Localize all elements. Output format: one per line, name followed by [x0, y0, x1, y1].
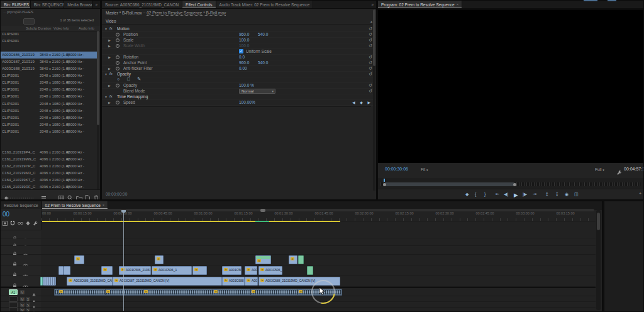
twirl-right-icon[interactable]: ▶ — [108, 38, 111, 42]
tab-bin-rushes[interactable]: Bin: RUSHES× — [1, 1, 31, 8]
track-divider[interactable] — [1, 287, 596, 288]
automate-to-sequence-icon[interactable] — [58, 192, 64, 200]
program-playhead[interactable] — [384, 179, 385, 182]
timeline-clip[interactable]: fxA003C688_2 — [222, 277, 245, 286]
mute-button[interactable]: M — [20, 308, 25, 312]
property-value2[interactable]: 540.0 — [258, 60, 268, 65]
tab-sequence[interactable]: 02 Prem to Resolve Sequence× — [42, 201, 109, 209]
property-value[interactable]: 960.0 — [239, 32, 249, 36]
bin-item-row[interactable]: C161_210319W9_C4096 x 2160 (1.0)48000 Hz… — [1, 156, 97, 163]
panel-menu-icon[interactable]: » — [369, 1, 376, 8]
track-lane-v5[interactable] — [41, 238, 596, 246]
playback-resolution-dropdown[interactable]: Full ▾ — [595, 167, 604, 172]
track-header-a2[interactable]: MS — [1, 296, 41, 302]
property-value[interactable]: 100.00% — [239, 100, 255, 104]
twirl-down-icon[interactable]: ▼ — [104, 72, 108, 76]
timeline-clip[interactable] — [307, 266, 313, 275]
search-field[interactable] — [23, 18, 35, 25]
timeline-timecode[interactable]: 00 — [3, 211, 9, 218]
mark-in-button[interactable]: { — [475, 192, 476, 196]
tab-bin-sequences[interactable]: Bin: SEQUENCES — [31, 1, 64, 8]
project-scrollbar[interactable] — [97, 31, 99, 189]
bin-item-row[interactable]: CLIPS001 — [1, 38, 97, 45]
find-icon[interactable] — [67, 192, 73, 200]
property-value2[interactable]: 540.0 — [258, 32, 268, 36]
reset-parameter-icon[interactable]: ↺ — [369, 26, 372, 31]
bin-item-row[interactable]: C164_210319KT_C4096 x 2160 (1.0)48000 Hz… — [1, 177, 97, 184]
reset-parameter-icon[interactable]: ↺ — [369, 37, 372, 43]
mark-out-button[interactable]: } — [484, 192, 486, 196]
bin-item-row[interactable]: A003C687_2103193840 x 2160 (1.0)48000 Hz… — [1, 58, 97, 65]
property-value[interactable]: 960.0 — [239, 60, 249, 65]
twirl-right-icon[interactable]: ▶ — [108, 84, 111, 87]
track-header-a1[interactable]: A1M — [1, 288, 41, 296]
timeline-clip[interactable]: fx — [192, 266, 207, 275]
track-header-v6[interactable] — [1, 231, 41, 238]
program-scrubber-track[interactable] — [380, 182, 641, 186]
scrubber-handle-right[interactable] — [513, 183, 516, 186]
track-lane-v6[interactable] — [41, 231, 596, 238]
new-item-icon[interactable] — [85, 192, 90, 200]
timeline-clip[interactable] — [298, 255, 304, 264]
property-value[interactable]: 100.0 — [239, 43, 249, 48]
extract-button[interactable]: ↧ — [555, 192, 559, 197]
timeline-clip[interactable]: fxA001C506_1 — [152, 266, 192, 275]
track-header-a4[interactable]: MS — [1, 308, 41, 312]
bin-item-row[interactable]: C163_210319M3_C4096 x 2160 (1.0)48000 Hz… — [1, 170, 97, 177]
tab-media-browser[interactable]: Media Browser — [64, 1, 92, 8]
zoom-slider[interactable] — [3, 192, 36, 200]
timeline-vertical-scrollbar[interactable] — [596, 210, 601, 310]
audio-clip[interactable]: fxfxfxfxfxfx — [54, 289, 342, 296]
track-lane-v4[interactable] — [41, 246, 596, 255]
go-to-in-button[interactable]: ⇤ — [496, 192, 499, 197]
reset-parameter-icon[interactable]: ↺ — [369, 54, 372, 60]
track-header-v3[interactable] — [1, 255, 41, 265]
uniform-scale-checkbox[interactable]: ✓ — [239, 49, 243, 53]
timeline-clip[interactable]: fxA001C506_11 — [258, 266, 282, 275]
mute-button[interactable]: M — [20, 290, 25, 294]
zoom-level-dropdown[interactable]: Fit ▾ — [421, 167, 428, 172]
source-patch-a1[interactable]: A1 — [9, 289, 18, 295]
timeline-clip[interactable]: fx — [255, 255, 271, 264]
effect-controls-scrollbar[interactable] — [373, 9, 375, 191]
bin-item-row[interactable]: A003C688_2103193840 x 2160 (1.0)48000 Hz… — [1, 65, 97, 72]
play-button[interactable]: ▶ — [514, 192, 518, 198]
stopwatch-icon[interactable] — [116, 33, 119, 36]
bin-item-row[interactable]: CLIPS0012048 x 1080 (1.0)48000 Hz - — [1, 86, 97, 93]
tab-sequence[interactable]: Resolve Sequence — [1, 201, 42, 209]
bin-item-row[interactable]: CLIPS0012048 x 1080 (1.0)48000 Hz - — [1, 128, 97, 135]
keyframe-navigator[interactable]: ◀ ◆ ▶ — [352, 100, 372, 104]
scrubber-handle-left[interactable] — [383, 183, 386, 186]
bin-item-row[interactable]: A003C686_2103193840 x 2160 (1.0)48000 Hz… — [1, 52, 97, 58]
viewing-area-bar[interactable] — [384, 182, 515, 186]
timeline-clip[interactable]: fx — [74, 255, 84, 264]
stopwatch-icon[interactable] — [116, 67, 119, 70]
timeline-clip[interactable]: fx — [289, 255, 297, 264]
bin-item-row[interactable]: CLIPS001 — [1, 31, 97, 38]
property-value[interactable]: 0.00 — [239, 66, 247, 70]
new-bin-icon[interactable] — [76, 192, 82, 200]
mute-button[interactable]: M — [20, 297, 25, 301]
program-current-timecode[interactable]: 00:00:30:06 — [385, 167, 408, 171]
property-value[interactable]: 100.0 % — [239, 83, 254, 87]
timeline-clip[interactable]: fxA003C686_210319MD_CANON [V] — [67, 277, 113, 286]
clear-icon[interactable] — [94, 192, 99, 200]
bin-item-row[interactable]: CLIPS0012048 x 1080 (1.0)48000 Hz - — [1, 93, 97, 100]
reset-parameter-icon[interactable]: ↺ — [369, 65, 372, 71]
step-back-button[interactable]: ◀| — [504, 192, 508, 197]
insert-overwrite-toggle-icon[interactable] — [2, 220, 8, 226]
go-to-out-button[interactable]: ⇥ — [533, 192, 536, 197]
tab-effect-controls[interactable]: Effect Controls — [182, 1, 216, 8]
timeline-clip[interactable]: fxA001C508_2 — [222, 266, 242, 275]
step-forward-button[interactable]: |▶ — [523, 192, 527, 197]
mask-shape-icons[interactable]: ○ □ ✎ — [117, 77, 144, 82]
bin-item-row[interactable]: C162_210319YP_C4096 x 2160 (1.0)48000 Hz… — [1, 163, 97, 170]
list-view-icon[interactable] — [41, 192, 47, 200]
comparison-view-button[interactable]: ◫ — [574, 192, 579, 197]
export-frame-button[interactable]: ◉ — [565, 192, 569, 197]
mute-button[interactable]: M — [20, 303, 25, 307]
timeline-playhead[interactable] — [123, 210, 124, 311]
track-lane-a4[interactable] — [41, 308, 596, 312]
button-editor-plus[interactable]: + — [639, 191, 641, 196]
lift-button[interactable]: ↥ — [545, 192, 549, 197]
